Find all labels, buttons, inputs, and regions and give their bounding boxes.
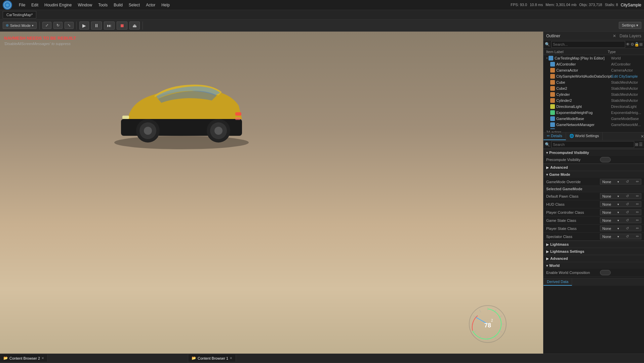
menu-build[interactable]: Build	[111, 1, 125, 9]
player-controller-value[interactable]: None ▾ ↺ ✏	[600, 209, 641, 215]
lock-icon[interactable]: 🔒	[634, 42, 639, 47]
outliner-row[interactable]: Cube StaticMeshActor	[544, 79, 644, 85]
map-tab[interactable]: CarTestingMap*	[3, 11, 36, 18]
settings-button[interactable]: Settings ▾	[619, 22, 641, 29]
hud-class-value[interactable]: None ▾ ↺ ✏	[600, 201, 641, 207]
section-lightmass[interactable]: ▶ Lightmass	[544, 241, 644, 248]
cb2-tab-close[interactable]: ✕	[41, 356, 44, 360]
section-gamemode[interactable]: ▾ Game Mode	[544, 171, 644, 178]
outliner-row[interactable]: CameraActor CameraActor	[544, 67, 644, 73]
stop-button[interactable]: ⏹	[117, 22, 127, 30]
menu-help[interactable]: Help	[159, 1, 172, 9]
reset-icon[interactable]: ↺	[626, 194, 629, 198]
outliner-row[interactable]: Cylinder StaticMeshActor	[544, 91, 644, 97]
chevron-icon: ▾	[617, 211, 619, 214]
outliner-row[interactable]: ExponentialHeightFog ExponentialHeig...	[544, 110, 644, 116]
pause-button[interactable]: ⏸	[91, 22, 102, 30]
light-type: DirectionalLight	[611, 105, 641, 109]
reset-icon[interactable]: ↺	[626, 179, 629, 184]
edit-icon[interactable]: ✏	[636, 226, 639, 231]
svg-point-5	[144, 127, 152, 135]
list-view-icon[interactable]: ☰	[639, 142, 643, 147]
outliner-row[interactable]: GameModeBase GameModeBase	[544, 116, 644, 122]
default-pawn-value[interactable]: None ▾ ↺ ✏	[600, 193, 641, 199]
separator-1	[39, 22, 40, 30]
menu-edit[interactable]: Edit	[29, 1, 41, 9]
eye-icon[interactable]: 👁	[626, 42, 630, 47]
edit-icon[interactable]: ✏	[636, 202, 639, 206]
tab-details[interactable]: ✏ Details	[544, 132, 566, 140]
section-world[interactable]: ▾ World	[544, 262, 644, 269]
svg-line-23	[473, 316, 476, 317]
grid-icon[interactable]: ⊞	[639, 42, 643, 47]
cylinder-label: Cylinder	[556, 92, 611, 96]
grid-view-icon[interactable]: ⊞	[635, 142, 638, 147]
edit-icon[interactable]: ✏	[636, 179, 639, 184]
menu-select[interactable]: Select	[126, 1, 143, 9]
player-state-value[interactable]: None ▾ ↺ ✏	[600, 226, 641, 231]
transform-btn[interactable]: ⤢	[42, 22, 51, 29]
section-advanced[interactable]: ▶ Advanced	[544, 164, 644, 171]
outliner-row[interactable]: Cylinder2 StaticMeshActor	[544, 97, 644, 104]
menu-tools[interactable]: Tools	[95, 1, 110, 9]
outliner-column-header: Item Label Type	[544, 49, 644, 55]
outliner-row[interactable]: ▾ CarTestingMap [Play In Editor] World	[544, 55, 644, 61]
edit-icon[interactable]: ✏	[636, 194, 639, 198]
eject-button[interactable]: ⏏	[129, 22, 140, 30]
tab-world-settings[interactable]: 🌐 World Settings	[566, 132, 603, 140]
viewport-content: NAVMESH NEEDS TO BE REBUILT 'DisableAllS…	[0, 32, 543, 354]
outliner-search[interactable]	[551, 41, 625, 48]
details-close-btn[interactable]: ✕	[641, 134, 644, 139]
cb1-tab-label: Content Browser 1	[198, 356, 228, 360]
outliner-row[interactable]: CitySampleWorldAudioDataScript Edit City…	[544, 73, 644, 79]
reset-icon[interactable]: ↺	[626, 234, 629, 239]
settings-icon[interactable]: ⚙	[631, 42, 634, 47]
world-composition-toggle[interactable]	[600, 270, 611, 275]
data-layers-title[interactable]: Data Layers	[619, 34, 641, 38]
chevron-icon: ▾	[617, 235, 619, 238]
spectator-row: Spectator Class None ▾ ↺ ✏	[544, 233, 644, 241]
globe-icon: 🌐	[569, 134, 574, 138]
cb2-tab[interactable]: 📂 Content Browser 2 ✕	[0, 355, 48, 362]
outliner-row[interactable]: AIController AIController	[544, 61, 644, 67]
reset-icon[interactable]: ↺	[626, 218, 629, 223]
scale-btn[interactable]: ⤡	[65, 22, 74, 29]
section-advanced2[interactable]: ▶ Advanced	[544, 255, 644, 262]
section-lightmass-settings[interactable]: ▶ Lightmass Settings	[544, 248, 644, 255]
cb1-tab-close[interactable]: ✕	[230, 356, 232, 360]
game-state-value[interactable]: None ▾ ↺ ✏	[600, 217, 641, 223]
outliner-row[interactable]: Cube2 StaticMeshActor	[544, 85, 644, 91]
edit-icon[interactable]: ✏	[636, 210, 639, 214]
outliner-row[interactable]: GameSession GameSession	[544, 128, 644, 129]
gamemode-override-value[interactable]: None ▾ ↺ ✏	[600, 179, 641, 185]
netmgr-icon	[550, 122, 555, 127]
details-search[interactable]	[551, 141, 634, 148]
play-button[interactable]: ▶	[79, 22, 89, 30]
cb1-tab[interactable]: 📂 Content Browser 1 ✕	[188, 355, 236, 362]
world-composition-row: Enable World Composition	[544, 269, 644, 277]
audio-type[interactable]: Edit CitySample	[611, 74, 641, 78]
mode-button[interactable]: ⊕ Select Mode ▾	[3, 22, 37, 29]
outliner-row[interactable]: GameNetworkManager GameNetworkM...	[544, 122, 644, 128]
section-precomputed[interactable]: ▾ Precomputed Visibility	[544, 149, 644, 156]
outliner-row[interactable]: DirectionalLight DirectionalLight	[544, 104, 644, 110]
spectator-value[interactable]: None ▾ ↺ ✏	[600, 234, 641, 239]
menu-actor[interactable]: Actor	[143, 1, 158, 9]
rotate-btn[interactable]: ↻	[53, 22, 63, 29]
reset-icon[interactable]: ↺	[626, 210, 629, 214]
details-search-row: 🔍 ⊞ ☰	[544, 140, 644, 149]
reset-icon[interactable]: ↺	[626, 226, 629, 231]
derived-data-tab[interactable]: Derived Data	[544, 278, 572, 286]
menu-houdini[interactable]: Houdini Engine	[42, 1, 74, 9]
menu-file[interactable]: File	[16, 1, 28, 9]
edit-icon[interactable]: ✏	[636, 218, 639, 223]
viewport[interactable]: NAVMESH NEEDS TO BE REBUILT 'DisableAllS…	[0, 32, 543, 354]
world-type: World	[611, 56, 641, 60]
edit-icon[interactable]: ✏	[636, 234, 639, 239]
skip-button[interactable]: ⏭	[104, 22, 115, 30]
mem-display: Mem: 3,301.04 mb	[546, 3, 576, 7]
precompute-toggle[interactable]	[600, 157, 611, 162]
reset-icon[interactable]: ↺	[626, 202, 629, 206]
menu-window[interactable]: Window	[75, 1, 95, 9]
outliner-close-btn[interactable]: ✕	[613, 34, 616, 38]
